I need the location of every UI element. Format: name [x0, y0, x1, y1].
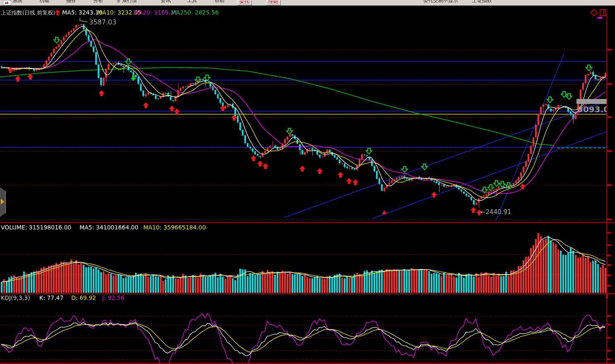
menu-item-function[interactable]: 功能: [39, 0, 49, 4]
menu-item-tools[interactable]: 工具: [187, 0, 197, 4]
trading-app-window: 系统 功能 报价 分析 扩展行情 资讯 工具 帮助 委托 理财 委托交易不显示 …: [0, 0, 615, 364]
sidebar-expand-handle[interactable]: [0, 187, 6, 217]
ma5-label: MA5: 3243.10: [62, 9, 103, 16]
menu-item-extended-quotes[interactable]: 扩展行情: [117, 0, 137, 4]
menu-button-wealth[interactable]: 理财: [266, 0, 281, 5]
split-window-icon[interactable]: [600, 9, 606, 16]
up-arrow-icon: [55, 10, 60, 15]
kdj-label: KDJ(9,3,3): [1, 294, 30, 301]
volume-label: VOLUME: 315198016.00: [1, 224, 71, 231]
volume-ma5-label: MA5: 341001664.00: [80, 224, 138, 231]
menu-item-analysis[interactable]: 分析: [93, 0, 103, 4]
menu-item-quotes[interactable]: 报价: [66, 0, 76, 4]
menu-bar: 系统 功能 报价 分析 扩展行情 资讯 工具 帮助 委托 理财 委托交易不显示 …: [0, 0, 615, 6]
status-index-name: 上证指数: [472, 0, 492, 4]
magenta-dash-icon: [598, 17, 602, 19]
menu-item-help[interactable]: 帮助: [215, 0, 224, 4]
chart-canvas[interactable]: [0, 0, 615, 364]
kdj-j-label: J: 92.56: [102, 294, 124, 301]
status-trade-hidden: 委托交易不显示: [423, 0, 458, 4]
kdj-d-label: D: 69.92: [71, 294, 96, 301]
volume-ma10-label: MA10: 359665184.00: [143, 224, 206, 231]
app-icon: [3, 0, 11, 5]
close-pane-button[interactable]: X: [605, 294, 608, 299]
chart-title: 上证指数(日线.前复权): [1, 9, 55, 17]
split-window-divider: [603, 10, 604, 15]
menu-item-news[interactable]: 资讯: [161, 0, 171, 4]
kdj-k-label: K: 77.47: [39, 294, 63, 301]
menu-item-system[interactable]: 系统: [12, 0, 22, 4]
main-chart-header: 上证指数(日线.前复权) MA5: 3243.10 MA10: 3232.05 …: [0, 9, 615, 17]
ma250-label: MA250: 2825.56: [171, 9, 219, 16]
app-icon-glyph: [5, 1, 8, 4]
expand-arrow-icon: [1, 199, 4, 205]
menu-button-trade[interactable]: 委托: [237, 0, 252, 5]
